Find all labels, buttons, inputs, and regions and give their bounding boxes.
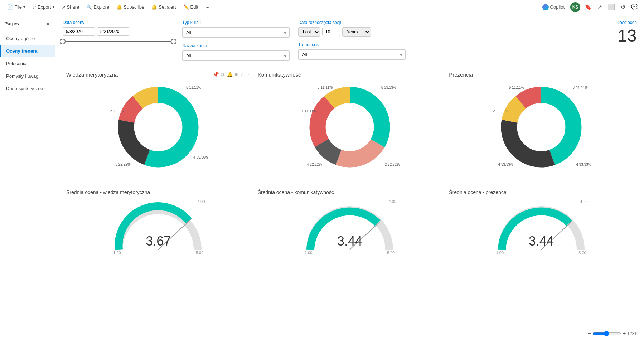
svg-point-5: [136, 105, 180, 149]
refresh-icon[interactable]: ↺: [619, 2, 627, 12]
slider-fill: [63, 41, 174, 42]
donut3-label-4b: 4 33.33%: [498, 163, 513, 166]
session-period-select[interactable]: Last: [298, 27, 320, 37]
gauge1-title: Średnia ocena - wiedza merytoryczna: [66, 189, 251, 195]
content-area: Data oceny: [55, 14, 644, 328]
export-icon: ⇄: [32, 4, 36, 10]
nazwa-kursu-select[interactable]: All: [182, 50, 290, 61]
session-unit-select[interactable]: Years: [342, 27, 371, 37]
session-number-input[interactable]: [322, 28, 340, 36]
typ-kursu-select[interactable]: All: [182, 27, 290, 38]
gauge-panel-2: Średnia ocena - komunikatywność 4.00 3.4…: [254, 186, 446, 260]
filter-typ-kursu: Typ kursu All Nazwa kursu All: [182, 20, 290, 61]
date-slider[interactable]: [63, 38, 174, 45]
gauge1-scale-max: 4.00: [197, 199, 205, 204]
donut1-label-2: 2 11.11%: [110, 109, 125, 113]
zoom-controls: − + 123%: [588, 330, 638, 337]
edit-icon: ✏️: [183, 4, 189, 10]
zoom-in-button[interactable]: +: [623, 330, 626, 337]
filter-icon[interactable]: ≡: [235, 72, 238, 78]
trener-select-wrapper: All: [298, 49, 406, 60]
more-button[interactable]: ···: [203, 3, 212, 11]
chart-prez-title: Prezencja: [449, 72, 473, 78]
session-unit-wrapper: Years: [342, 27, 371, 37]
copy-icon[interactable]: ⧉: [221, 72, 224, 78]
filter-data-sesji: Data rozpoczęcia sesji Last Years: [298, 20, 406, 60]
export-button[interactable]: ⇄ Export ▾: [29, 3, 57, 11]
data-sesji-label: Data rozpoczęcia sesji: [298, 20, 406, 25]
slider-thumb-right[interactable]: [171, 39, 176, 44]
gauge3-min: 1.00: [496, 251, 504, 255]
donut2-label-1: 1 11.11%: [301, 109, 316, 113]
gauge3-title: Średnia ocena - prezenca: [449, 189, 633, 195]
top-bar-right: Copilot KS 🔖 ↗ ⬜ ↺ 💬: [539, 2, 640, 12]
more2-icon[interactable]: ···: [246, 72, 251, 78]
gauge-panel-3: Średnia ocena - prezenca 4.00 3.44 1.00 …: [445, 186, 637, 260]
sidebar-header: Pages «: [0, 17, 55, 32]
data-oceny-label: Data oceny: [63, 20, 174, 25]
sidebar-collapse-icon[interactable]: «: [45, 19, 51, 28]
file-icon: 📄: [7, 4, 13, 10]
sidebar-item-oceny-trenera[interactable]: Oceny trenera: [0, 45, 55, 57]
share-icon: ↗: [62, 4, 66, 10]
date-from-input[interactable]: [63, 27, 95, 36]
donut2-label-3: 3 11.11%: [318, 86, 333, 89]
gauge3-max: 5.00: [578, 251, 586, 255]
donut1-label-3: 3 22.22%: [115, 163, 130, 166]
gauge-charts-section: Średnia ocena - wiedza merytoryczna 4.00…: [63, 186, 637, 260]
window-icon[interactable]: ⬜: [606, 2, 616, 12]
edit-button[interactable]: ✏️ Edit: [180, 3, 201, 11]
svg-point-12: [328, 105, 372, 149]
explore-button[interactable]: 🔍 Explore: [83, 3, 112, 11]
top-bar: 📄 File ▾ ⇄ Export ▾ ↗ Share 🔍 Explore 🔔 …: [0, 0, 644, 14]
trener-select[interactable]: All: [298, 49, 406, 60]
file-button[interactable]: 📄 File ▾: [4, 3, 28, 11]
gauge1-max: 5.00: [196, 251, 203, 255]
chart-kom-title: Komunikatywność: [258, 72, 301, 78]
session-last-wrapper: Last: [298, 27, 320, 37]
copilot-button[interactable]: Copilot: [539, 3, 567, 12]
gauge2-container: 4.00 3.44 1.00 5.00: [303, 199, 396, 257]
sidebar-item-oceny-ogolne[interactable]: Oceny ogólne: [0, 32, 55, 45]
subscribe-button[interactable]: 🔔 Subscribe: [113, 3, 147, 11]
share2-icon[interactable]: ↗: [596, 2, 604, 12]
chart-kom-title-row: Komunikatywność: [258, 72, 442, 78]
pin-icon[interactable]: 📌: [213, 72, 219, 78]
comment-icon[interactable]: 💬: [630, 2, 640, 12]
donut-charts-section: Wiedza merytoryczna 📌 ⧉ 🔔 ≡ ⤢ ···: [63, 68, 637, 177]
bell-icon[interactable]: 🔔: [227, 72, 233, 78]
chart-prez-title-row: Prezencja: [449, 72, 633, 78]
expand-icon[interactable]: ⤢: [240, 72, 244, 78]
typ-kursu-select-wrapper: All: [182, 27, 290, 38]
chart-wiedza: Wiedza merytoryczna 📌 ⧉ 🔔 ≡ ⤢ ···: [63, 68, 254, 177]
filter-ilosc-ocen: Ilość ocen 13: [618, 20, 637, 44]
ilosc-ocen-label: Ilość ocen: [618, 20, 637, 25]
date-to-input[interactable]: [97, 27, 129, 36]
gauge2-value: 3.44: [337, 234, 362, 249]
gauge1-container: 4.00 3.67 1.00 5.00: [112, 199, 205, 257]
share-button[interactable]: ↗ Share: [59, 3, 82, 11]
explore-icon: 🔍: [86, 4, 92, 10]
subscribe-icon: 🔔: [116, 4, 122, 10]
trener-sesji-label: Trener sesji: [298, 42, 406, 47]
zoom-slider[interactable]: [592, 331, 621, 336]
donut3-label-5: 5 11.11%: [509, 86, 524, 89]
chart-prezencja: Prezencja: [445, 68, 637, 177]
avatar[interactable]: KS: [570, 2, 580, 12]
bookmark-icon[interactable]: 🔖: [583, 2, 593, 12]
set-alert-button[interactable]: 🔔 Set alert: [149, 3, 179, 11]
gauge2-scale-max: 4.00: [389, 199, 396, 204]
sidebar-item-dane-syntetyczne[interactable]: Dane syntetyczne: [0, 82, 55, 95]
nazwa-kursu-label: Nazwa kursu: [182, 43, 290, 48]
copilot-icon: [542, 4, 549, 10]
slider-thumb-left[interactable]: [60, 39, 66, 44]
typ-kursu-label: Typ kursu: [182, 20, 290, 25]
ilosc-ocen-value: 13: [618, 27, 637, 44]
sidebar-item-polecenia[interactable]: Polecenia: [0, 57, 55, 70]
zoom-out-button[interactable]: −: [588, 330, 591, 337]
donut-chart-prez: 5 11.11% 3 44.44% 4 33.33% 4 33.33% 2 11…: [495, 81, 588, 174]
filters-row: Data oceny: [63, 20, 637, 61]
sidebar-item-pomysly[interactable]: Pomysły i uwagi: [0, 70, 55, 82]
gauge-panel-1: Średnia ocena - wiedza merytoryczna 4.00…: [63, 186, 254, 260]
chart-wiedza-title-row: Wiedza merytoryczna 📌 ⧉ 🔔 ≡ ⤢ ···: [66, 72, 251, 78]
